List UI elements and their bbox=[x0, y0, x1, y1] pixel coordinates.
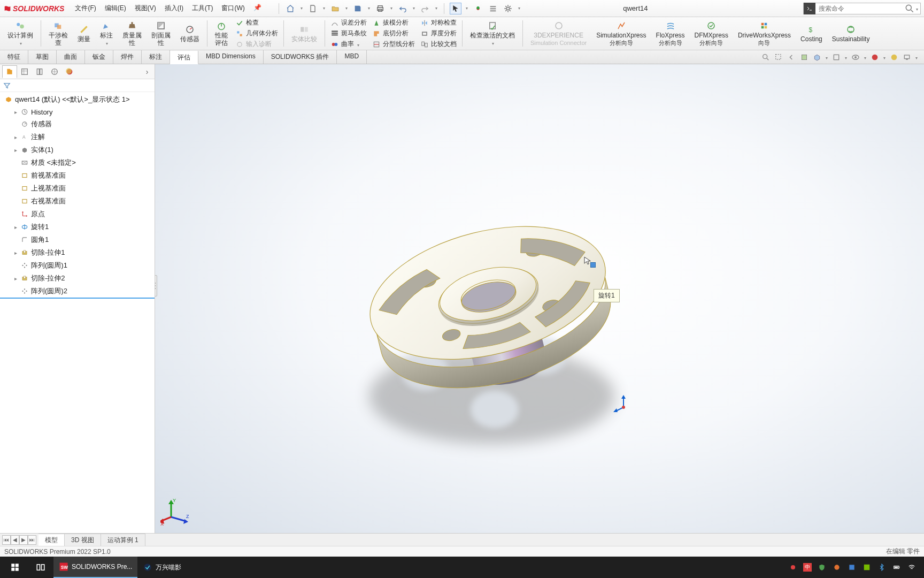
sensor-button[interactable]: 传感器 bbox=[176, 18, 204, 49]
tree-origin[interactable]: 原点 bbox=[0, 208, 155, 220]
menu-view[interactable]: 视图(V) bbox=[130, 2, 160, 15]
deviation-button[interactable]: 误差分析 bbox=[328, 18, 369, 28]
tab-annotate[interactable]: 标注 bbox=[142, 50, 170, 64]
home-button[interactable] bbox=[284, 3, 296, 14]
options-button[interactable] bbox=[487, 3, 499, 14]
tray-battery-icon[interactable] bbox=[892, 562, 902, 572]
section-view-icon[interactable] bbox=[799, 52, 810, 63]
tree-pattern1[interactable]: 阵列(圆周)1 bbox=[0, 259, 155, 272]
open-button[interactable] bbox=[329, 3, 341, 14]
tree-top-plane[interactable]: 上视基准面 bbox=[0, 182, 155, 195]
dfmxpress-button[interactable]: DFMXpress分析向导 bbox=[690, 18, 733, 49]
undo-button[interactable] bbox=[397, 3, 409, 14]
tree-cut-ext2[interactable]: ▸切除-拉伸2 bbox=[0, 272, 155, 285]
menu-edit[interactable]: 编辑(E) bbox=[101, 2, 130, 15]
tab-mbd-dim[interactable]: MBD Dimensions bbox=[198, 50, 264, 64]
graphics-viewport[interactable]: 旋转1 Y Z X bbox=[155, 64, 924, 533]
tray-ime-icon[interactable]: 中 bbox=[803, 563, 812, 572]
draft-button[interactable]: 拔模分析 bbox=[370, 18, 417, 28]
save-button[interactable] bbox=[352, 3, 364, 14]
section-props-button[interactable]: 剖面属 性 bbox=[147, 18, 175, 49]
tray-bluetooth-icon[interactable] bbox=[877, 562, 887, 572]
check-button[interactable]: 检查 bbox=[233, 18, 280, 28]
command-search[interactable] bbox=[803, 3, 921, 14]
tree-annotations[interactable]: ▸A注解 bbox=[0, 131, 155, 143]
tree-history[interactable]: ▸History bbox=[0, 106, 155, 118]
tree-filter[interactable] bbox=[0, 79, 155, 92]
menu-pin[interactable]: 📌 bbox=[249, 2, 266, 15]
menu-window[interactable]: 窗口(W) bbox=[217, 2, 249, 15]
start-button[interactable] bbox=[2, 557, 28, 578]
view-settings-icon[interactable] bbox=[902, 52, 912, 63]
bottom-tab-3dview[interactable]: 3D 视图 bbox=[65, 534, 101, 546]
mass-props-button[interactable]: 质量属 性 bbox=[118, 18, 146, 49]
property-mgr-tab[interactable] bbox=[17, 65, 32, 78]
tree-root[interactable]: qwert14 (默认) <<默认>_显示状态 1> bbox=[0, 93, 155, 106]
display-mgr-tab[interactable] bbox=[62, 65, 77, 78]
parting-line-button[interactable]: 分型线分析 bbox=[370, 39, 417, 49]
taskbar-solidworks[interactable]: SW SOLIDWORKS Pre... bbox=[53, 557, 137, 578]
panel-resize-grip[interactable] bbox=[155, 275, 157, 296]
zebra-button[interactable]: 斑马条纹 bbox=[328, 28, 369, 39]
rebuild-button[interactable] bbox=[472, 3, 484, 14]
new-button[interactable] bbox=[307, 3, 319, 14]
dimxpert-tab[interactable] bbox=[47, 65, 62, 78]
floxpress-button[interactable]: FloXpress分析向导 bbox=[652, 18, 689, 49]
bottom-tab-model[interactable]: 模型 bbox=[38, 534, 65, 546]
tree-fillet1[interactable]: 圆角1 bbox=[0, 233, 155, 246]
tree-right-plane[interactable]: 右视基准面 bbox=[0, 195, 155, 208]
display-style-icon[interactable] bbox=[831, 52, 842, 63]
costing-button[interactable]: $Costing bbox=[796, 18, 827, 49]
tray-app1-icon[interactable] bbox=[832, 562, 842, 572]
prev-tab-button[interactable]: ◀ bbox=[11, 535, 19, 545]
zoom-area-icon[interactable] bbox=[773, 52, 784, 63]
view-orient-icon[interactable] bbox=[812, 52, 822, 63]
search-input[interactable] bbox=[815, 3, 904, 14]
tree-cut-ext1[interactable]: ▸切除-拉伸1 bbox=[0, 246, 155, 259]
tab-addins[interactable]: SOLIDWORKS 插件 bbox=[264, 50, 337, 64]
redo-button[interactable] bbox=[419, 3, 431, 14]
undercut-button[interactable]: 底切分析 bbox=[370, 28, 417, 39]
tab-sketch[interactable]: 草图 bbox=[28, 50, 57, 64]
compare-doc-button[interactable]: 比较文档 bbox=[418, 39, 459, 49]
bottom-tab-motion[interactable]: 运动算例 1 bbox=[101, 534, 145, 546]
measure-button[interactable]: 测量 bbox=[73, 18, 95, 49]
taskbar-wanxing[interactable]: 万兴喵影 bbox=[137, 557, 187, 578]
simxpress-button[interactable]: SimulationXpress分析向导 bbox=[592, 18, 650, 49]
tray-app2-icon[interactable] bbox=[847, 562, 857, 572]
tray-shield-icon[interactable] bbox=[817, 562, 827, 572]
print-button[interactable] bbox=[374, 3, 386, 14]
tree-sensors[interactable]: 传感器 bbox=[0, 118, 155, 131]
tab-weldment[interactable]: 焊件 bbox=[113, 50, 142, 64]
tab-mbd[interactable]: MBD bbox=[337, 50, 367, 64]
search-icon[interactable] bbox=[904, 3, 915, 14]
tree-solid-bodies[interactable]: ▸实体(1) bbox=[0, 143, 155, 156]
first-tab-button[interactable]: ⏮ bbox=[2, 535, 11, 545]
tree-revolve1[interactable]: ▸旋转1 bbox=[0, 220, 155, 233]
apply-scene-icon[interactable] bbox=[889, 52, 899, 63]
settings-button[interactable] bbox=[502, 3, 514, 14]
thickness-button[interactable]: 厚度分析 bbox=[418, 28, 459, 39]
curvature-button[interactable]: 曲率 bbox=[328, 39, 369, 49]
geom-analysis-button[interactable]: 几何体分析 bbox=[233, 28, 280, 39]
design-study-button[interactable]: 设计算例 bbox=[3, 18, 37, 49]
symmetry-button[interactable]: 对称检查 bbox=[418, 18, 459, 28]
tree-pattern2[interactable]: 阵列(圆周)2 bbox=[0, 285, 155, 299]
panel-expand-icon[interactable]: › bbox=[142, 67, 152, 76]
markup-button[interactable]: 标注 bbox=[96, 18, 117, 49]
tray-record-icon[interactable] bbox=[788, 562, 798, 572]
tab-feature[interactable]: 特征 bbox=[0, 50, 28, 64]
edit-appearance-icon[interactable] bbox=[869, 52, 880, 63]
hide-show-icon[interactable] bbox=[850, 52, 861, 63]
config-mgr-tab[interactable] bbox=[32, 65, 47, 78]
menu-file[interactable]: 文件(F) bbox=[71, 2, 100, 15]
tab-surface[interactable]: 曲面 bbox=[57, 50, 85, 64]
last-tab-button[interactable]: ⏭ bbox=[28, 535, 36, 545]
interference-button[interactable]: 干涉检 查 bbox=[44, 18, 72, 49]
menu-tools[interactable]: 工具(T) bbox=[188, 2, 217, 15]
feature-tree-tab[interactable] bbox=[2, 65, 17, 78]
activate-docs-button[interactable]: 检查激活的文档 bbox=[466, 18, 519, 49]
sustainability-button[interactable]: Sustainability bbox=[828, 18, 874, 49]
menu-insert[interactable]: 插入(I) bbox=[160, 2, 188, 15]
tree-material[interactable]: 材质 <未指定> bbox=[0, 156, 155, 169]
